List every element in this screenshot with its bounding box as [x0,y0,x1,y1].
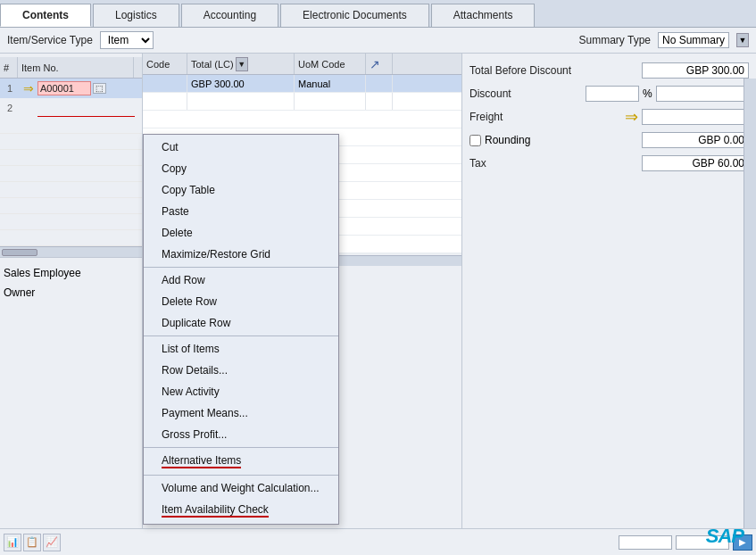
grid-row-2[interactable] [143,93,461,111]
main-window: Contents Logistics Accounting Electronic… [0,0,756,555]
bottom-input-1[interactable] [619,535,672,550]
toolbar-row: Item/Service Type Item Summary Type No S… [0,28,756,54]
tax-row: Tax GBP 60.00 [469,153,749,173]
total-before-discount-row: Total Before Discount GBP 300.00 [469,61,749,80]
col-header-extra: ↗ [366,54,393,74]
summary-type-value: No Summary [658,32,729,48]
item-availability-text: Item Availability Check [162,503,269,518]
tab-contents[interactable]: Contents [0,4,91,27]
sales-employee-row: Sales Employee [4,263,138,283]
menu-item-paste[interactable]: Paste [144,201,338,222]
grid-row-1[interactable]: GBP 300.00 Manual [143,75,461,93]
left-row-empty-6 [0,166,142,182]
menu-sep-1 [144,267,338,268]
menu-item-copy-table[interactable]: Copy Table [144,179,338,201]
menu-sep-3 [144,447,338,448]
grid-header: Code Total (LC) ▼ UoM Code ↗ [143,54,461,75]
grid-row-3[interactable] [143,111,461,128]
tab-logistics[interactable]: Logistics [93,4,179,27]
menu-item-list-of-items[interactable]: List of Items [144,338,338,360]
left-panel-row-1: 1 ⇒ ⬚ [0,79,142,98]
copy-btn-1[interactable]: ⬚ [93,83,106,94]
freight-arrow-icon: ⇒ [625,107,638,127]
total-before-discount-value: GBP 300.00 [642,62,749,79]
right-panel: Total Before Discount GBP 300.00 Discoun… [461,54,756,528]
col-header-hash: # [0,57,18,78]
freight-row: Freight ⇒ [469,107,749,127]
arrow-icon-1: ⇒ [21,81,36,95]
menu-item-duplicate-row[interactable]: Duplicate Row [144,312,338,334]
sap-logo: SAP [706,525,744,548]
menu-item-gross-profit[interactable]: Gross Profit... [144,424,338,445]
summary-type-label: Summary Type [579,34,651,46]
scroll-right-icon[interactable]: ↗ [370,57,380,71]
col-header-item-no: Item No. [18,57,134,78]
menu-item-volume-weight[interactable]: Volume and Weight Calculation... [144,477,338,499]
h-scrollbar[interactable] [0,246,142,257]
menu-item-new-activity[interactable]: New Activity [144,381,338,402]
rounding-value: GBP 0.00 [642,132,749,148]
grid-cell-uom-1: Manual [295,75,366,92]
tab-accounting[interactable]: Accounting [181,4,278,27]
menu-item-delete[interactable]: Delete [144,222,338,244]
summary-type-dropdown-arrow[interactable]: ▼ [736,33,749,47]
menu-item-delete-row[interactable]: Delete Row [144,291,338,312]
menu-item-row-details[interactable]: Row Details... [144,360,338,381]
tab-electronic-documents[interactable]: Electronic Documents [280,4,429,27]
freight-label: Freight [469,111,586,123]
vertical-scrollbar[interactable] [744,79,756,528]
menu-item-item-availability[interactable]: Item Availability Check [144,499,338,522]
left-row-empty-8 [0,198,142,214]
left-panel-row-2: 2 [0,98,142,118]
sales-employee-label: Sales Employee [4,267,81,279]
total-before-discount-label: Total Before Discount [469,64,586,77]
left-panel: # Item No. 1 ⇒ ⬚ 2 [0,54,143,528]
grid-cell-code-1 [143,75,187,92]
rounding-checkbox[interactable] [469,135,481,146]
col-header-uom: UoM Code [295,54,366,74]
bottom-icon-btn-3[interactable]: 📈 [43,534,61,551]
discount-row: Discount % [469,84,749,104]
grid-cell-extra-1 [366,75,393,92]
discount-input[interactable] [586,86,639,102]
tab-attachments[interactable]: Attachments [431,4,536,27]
grid-cell-extra-2 [366,93,393,110]
menu-item-alternative-items[interactable]: Alternative Items [144,450,338,473]
discount-pct: % [643,87,652,100]
row-icon-2 [21,101,36,115]
tab-bar: Contents Logistics Accounting Electronic… [0,0,756,28]
owner-label: Owner [4,286,35,299]
item-no-input-1[interactable] [37,81,91,95]
left-row-empty-10 [0,230,142,246]
bottom-icons-row: 📊 📋 📈 ▶ [0,528,756,555]
col-header-code: Code [143,54,187,74]
bottom-icon-btn-1[interactable]: 📊 [4,534,21,551]
menu-item-add-row[interactable]: Add Row [144,269,338,291]
menu-item-maximize-restore-grid[interactable]: Maximize/Restore Grid [144,244,338,265]
owner-row: Owner [4,283,138,302]
item-service-type-label: Item/Service Type [7,34,93,46]
clipboard-icon: 📋 [26,536,38,548]
left-row-empty-3 [0,118,142,134]
menu-item-payment-means[interactable]: Payment Means... [144,402,338,424]
menu-item-copy[interactable]: Copy [144,158,338,179]
total-dropdown-arrow[interactable]: ▼ [236,57,248,71]
bottom-icon-btn-2[interactable]: 📋 [23,534,41,551]
item-service-type-select[interactable]: Item [100,31,154,49]
grid-cell-total-1: GBP 300.00 [187,75,295,92]
discount-label: Discount [469,87,586,100]
menu-item-cut[interactable]: Cut [144,137,338,158]
left-row-empty-5 [0,150,142,166]
alternative-items-text: Alternative Items [162,454,241,468]
left-row-empty-7 [0,182,142,198]
tax-label: Tax [469,157,586,170]
bar-chart-icon: 📊 [6,536,19,548]
col-header-total: Total (LC) ▼ [187,54,295,74]
menu-sep-4 [144,475,338,476]
left-row-empty-4 [0,134,142,150]
discount-value-input[interactable] [656,86,756,102]
freight-input[interactable] [642,109,749,125]
row-number-2: 2 [7,103,21,113]
chart-icon: 📈 [46,536,58,548]
row-arrow-right: ⇒ [23,81,34,95]
